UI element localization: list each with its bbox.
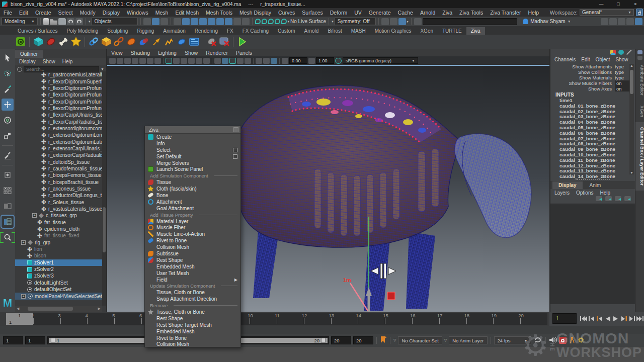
- panel-menu-item[interactable]: Panels: [236, 50, 252, 56]
- outliner-item[interactable]: + epidermis_cloth: [15, 226, 102, 232]
- ziva-menu-item[interactable]: Rivet to Bone ▶: [145, 237, 240, 244]
- input-node-item[interactable]: time1: [550, 98, 628, 103]
- expand-toggle-icon[interactable]: +: [32, 213, 37, 218]
- show-manipulators-icon[interactable]: [601, 18, 608, 25]
- time-slider[interactable]: 1 2 3 4 5 6 7 8: [0, 312, 549, 326]
- menu-item[interactable]: Generate: [365, 10, 394, 16]
- chevron-down-icon[interactable]: ▾: [332, 20, 334, 24]
- shelf-tab[interactable]: Rigging: [132, 27, 158, 35]
- outliner-item[interactable]: + zSolver3: [15, 273, 102, 279]
- outliner-item[interactable]: + r_vastusLateralis_tissue: [15, 206, 102, 212]
- channel-box-menu-item[interactable]: Object: [596, 57, 610, 62]
- close-button[interactable]: ×: [627, 0, 644, 8]
- menu-item[interactable]: Display: [99, 10, 123, 16]
- chevron-down-icon[interactable]: ▼: [101, 67, 104, 71]
- snap-view-plane-icon[interactable]: [208, 18, 215, 25]
- ziva-menu-item[interactable]: Cloth (fascia/skin) ▶: [145, 186, 240, 192]
- shelf-tab[interactable]: TURTLE: [438, 27, 466, 35]
- timeline-frame[interactable]: 11: [277, 313, 304, 325]
- outliner-item[interactable]: + fat_tissue: [15, 219, 102, 226]
- outliner-item[interactable]: + modelPanel4ViewSelectedSet: [15, 293, 102, 299]
- panel-menu-item[interactable]: View: [111, 50, 123, 56]
- input-node-item[interactable]: caudal_02_bone_zBone: [550, 109, 628, 114]
- manipulator-axis-icon[interactable]: [610, 50, 616, 55]
- rivet-shelf-icon[interactable]: [176, 36, 187, 47]
- timeline-frame[interactable]: 16: [412, 313, 439, 325]
- outliner-item[interactable]: + r_flexorDigitorumProfundus: [15, 92, 102, 98]
- menu-item[interactable]: Edit: [16, 10, 32, 16]
- panel-menu-item[interactable]: Show: [185, 50, 198, 56]
- open-scene-icon[interactable]: [50, 18, 57, 25]
- ziva-menu-item[interactable]: Rest Shape Target Mesh ▶: [145, 322, 240, 328]
- redo-icon[interactable]: [75, 18, 83, 25]
- shelf-tab[interactable]: Animation: [158, 27, 190, 35]
- outliner-menu-item[interactable]: Display: [19, 59, 36, 64]
- outliner-item[interactable]: + defaultLightSet: [15, 280, 102, 286]
- ziva-menu-item[interactable]: Tissue, Cloth or Bone ▶: [145, 289, 240, 296]
- attribute-spreadsheet-icon[interactable]: [618, 18, 625, 25]
- new-scene-icon[interactable]: [43, 18, 49, 25]
- curve-snap-a-icon[interactable]: [262, 19, 267, 24]
- channel-attribute-row[interactable]: Show Collisions type: [550, 69, 635, 75]
- layer-editor-menu-item[interactable]: Options: [576, 190, 593, 196]
- quick-input-field[interactable]: [423, 18, 517, 25]
- record-icon[interactable]: [559, 337, 567, 344]
- move-tool-icon[interactable]: [2, 99, 14, 111]
- pin-panel-icon[interactable]: [637, 50, 642, 54]
- previous-key-button[interactable]: [588, 314, 595, 323]
- view-transform-dropdown[interactable]: sRGB gamma (legacy) ▼: [343, 57, 418, 64]
- option-box-icon[interactable]: [233, 154, 237, 159]
- symmetry-dropdown[interactable]: Symmetry: Off: [335, 18, 376, 25]
- outliner-item[interactable]: + r_flexorCarpiRadialis_tissue: [15, 118, 102, 125]
- tearoff-close-icon[interactable]: [233, 127, 238, 132]
- outliner-item[interactable]: + r_bicepsBrachii_tissue: [15, 179, 102, 186]
- rest-shape-shelf-icon[interactable]: [138, 36, 149, 47]
- lock-selection-icon[interactable]: [233, 18, 241, 25]
- ziva-menu-item[interactable]: Remove ▶: [145, 302, 240, 309]
- input-node-item[interactable]: caudal_09_bone_zBone: [550, 146, 628, 152]
- menu-set-dropdown[interactable]: Modeling▼: [2, 18, 38, 25]
- menu-item[interactable]: Arnold: [417, 10, 439, 16]
- scale-tool-icon[interactable]: [2, 130, 14, 142]
- layout-outliner-persp-icon[interactable]: [2, 216, 14, 228]
- subtissue-shelf-icon[interactable]: [126, 36, 137, 47]
- render-settings-icon[interactable]: [398, 18, 406, 25]
- scene-panel-shelf-icon[interactable]: [189, 36, 200, 47]
- make-live-icon[interactable]: [216, 18, 224, 25]
- shelf-tab[interactable]: Ziva: [466, 27, 485, 35]
- chevron-down-icon[interactable]: ▽: [393, 338, 396, 342]
- range-end-handle[interactable]: [321, 338, 326, 343]
- color-management-icon[interactable]: [335, 58, 342, 64]
- tissue-shelf-icon[interactable]: [45, 36, 56, 47]
- render-view-icon[interactable]: [381, 18, 389, 25]
- ziva-menu-item[interactable]: Rivet to Bone ▶: [145, 335, 240, 341]
- shelf-tab[interactable]: XGen: [416, 27, 438, 35]
- outliner-item[interactable]: + r_flexorDigitorumProfundus: [15, 98, 102, 105]
- outliner-item[interactable]: + lion: [15, 246, 102, 252]
- next-key-button[interactable]: [628, 314, 635, 323]
- gamma-field[interactable]: 1.00: [316, 57, 334, 64]
- input-node-item[interactable]: caudal_01_bone_zBone: [550, 103, 628, 109]
- curve-snap-c-icon[interactable]: [275, 19, 280, 24]
- outliner-item[interactable]: + r_caudofemoralis_tissue: [15, 165, 102, 172]
- sidebar-tab[interactable]: Channel Box / Layer Editor: [635, 122, 644, 191]
- grease-pencil-icon[interactable]: [263, 58, 270, 64]
- ziva-menu-item[interactable]: Attachment ▶: [145, 199, 240, 205]
- ziva-menu-item[interactable]: Add Tissue Property ▶: [145, 212, 240, 218]
- outliner-item[interactable]: + r_extensorCarpiRadualisLon: [15, 152, 102, 158]
- last-tool-icon[interactable]: [2, 169, 14, 181]
- ziva-menu-item[interactable]: Collision Mesh ▶: [145, 341, 240, 348]
- move-layer-up-icon[interactable]: [596, 196, 602, 201]
- ziva-menu-item[interactable]: Merge Solvers ▶: [145, 160, 240, 166]
- bone-shelf-icon[interactable]: [58, 36, 69, 47]
- wireframe-on-shaded-icon[interactable]: [229, 58, 236, 64]
- menu-item[interactable]: Surfaces: [298, 10, 326, 16]
- play-backwards-button[interactable]: [604, 314, 611, 323]
- chevron-down-icon[interactable]: ▾: [89, 20, 91, 24]
- ziva-menu-item[interactable]: Rest Shape ▶: [145, 315, 240, 322]
- minimize-button[interactable]: —: [593, 0, 610, 8]
- select-hierarchy-icon[interactable]: [143, 18, 151, 25]
- menu-item[interactable]: Cache: [394, 10, 417, 16]
- input-node-item[interactable]: caudal_08_bone_zBone: [550, 141, 628, 146]
- set-key-icon[interactable]: [380, 336, 387, 345]
